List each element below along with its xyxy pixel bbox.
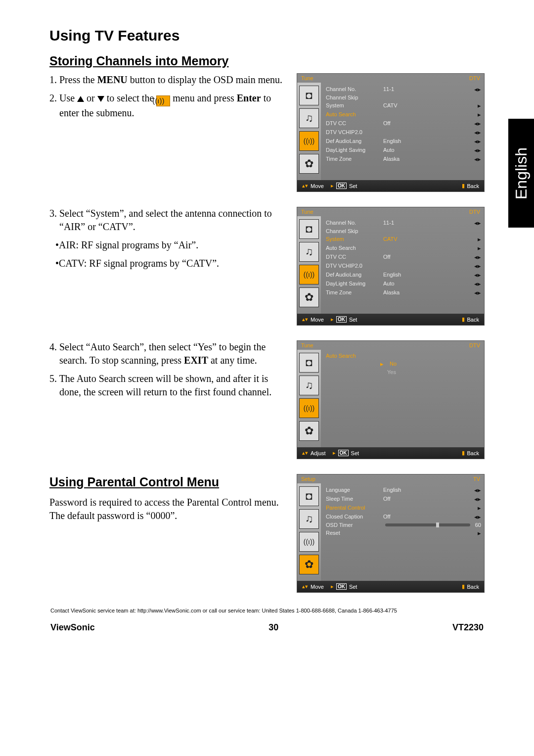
osd-tab-1: ♫	[299, 509, 319, 529]
osd-tab-3: ✿	[299, 555, 319, 574]
osd-tab-3: ✿	[299, 287, 319, 307]
section-heading-2: Using Parental Control Menu	[49, 474, 287, 491]
osd-tab-2: ((ı))	[299, 131, 319, 151]
down-triangle-icon	[97, 96, 104, 102]
contact-line: Contact ViewSonic service team at: http:…	[49, 608, 485, 614]
up-triangle-icon	[77, 96, 84, 102]
step-2: 2. Use or to select the ((ı)) menu and p…	[49, 92, 287, 120]
step-5: 5. The Auto Search screen will be shown,…	[49, 372, 287, 399]
osd-tab-2: ((ı))	[299, 532, 319, 552]
bullet-air: •AIR: RF signal programs by “Air”.	[49, 238, 287, 252]
footer-page: 30	[268, 622, 278, 633]
osd-tab-0: ◘	[299, 219, 319, 239]
osd-tab-2: ((ı))	[299, 398, 319, 418]
osd-screenshot-2: TuneDTV ◘♫((ı))✿Channel No.11-1◂▸Channel…	[297, 207, 485, 326]
osd-screenshot-3: TuneDTV ◘♫((ı))✿ Auto Search ▸No Yes ▴▾A…	[297, 340, 485, 459]
osd-screenshot-4: SetupTV ◘♫((ı))✿LanguageEnglish◂▸Sleep T…	[297, 474, 485, 593]
osd-tab-2: ((ı))	[299, 265, 319, 284]
language-tab: English	[508, 119, 534, 228]
osd-tab-0: ◘	[299, 486, 319, 506]
section-heading-1: Storing Channels into Memory	[49, 54, 485, 68]
osd-screenshot-1: TuneDTV ◘♫((ı))✿Channel No.11-1◂▸Channel…	[297, 73, 485, 192]
step-4: 4. Select “Auto Search”, then select “Ye…	[49, 340, 287, 367]
osd-tab-1: ♫	[299, 376, 319, 395]
parental-body: Password is required to access the Paren…	[49, 496, 287, 522]
step-1: 1. Press the MENU button to display the …	[49, 73, 287, 87]
osd-tab-3: ✿	[299, 154, 319, 174]
antenna-icon: ((ı))	[156, 95, 170, 106]
osd-tab-3: ✿	[299, 421, 319, 441]
osd-tab-1: ♫	[299, 108, 319, 128]
page-title: Using TV Features	[49, 27, 485, 44]
osd-tab-0: ◘	[299, 353, 319, 373]
footer-model: VT2230	[452, 622, 484, 633]
osd-tab-0: ◘	[299, 86, 319, 105]
step-3: 3. Select “System”, and select the anten…	[49, 207, 287, 234]
osd-tab-1: ♫	[299, 242, 319, 262]
bullet-catv: •CATV: RF signal programs by “CATV”.	[49, 257, 287, 270]
footer-brand: ViewSonic	[50, 622, 95, 633]
